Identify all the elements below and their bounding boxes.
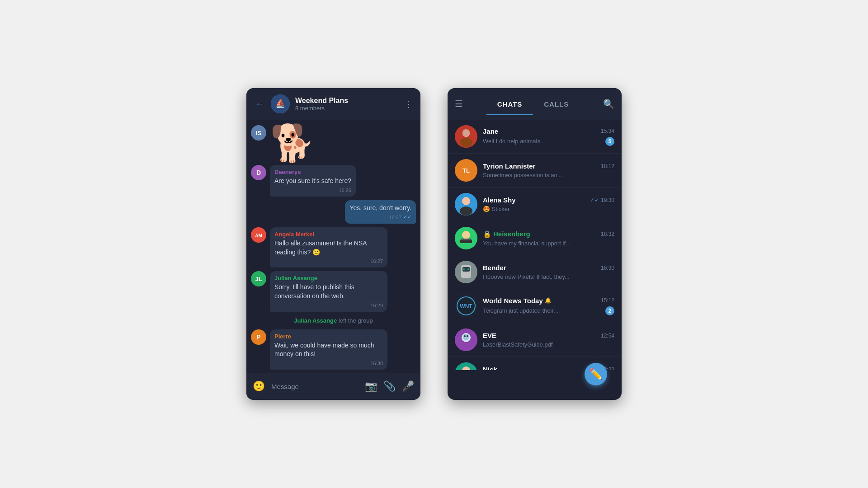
sticker-bubble: 🐕 (270, 125, 315, 161)
chat-subtitle: 8 members (295, 105, 399, 112)
svg-text:D: D (256, 169, 261, 176)
chat-item-info-heisenberg: 🔒Heisenberg 18:32 You have my financial … (483, 230, 614, 247)
svg-point-21 (467, 268, 469, 270)
avatar-daenerys: D (251, 165, 266, 180)
badge-worldnews: 2 (605, 306, 614, 315)
svg-rect-16 (461, 239, 471, 240)
sender-name-angela: Angela Merkel (274, 231, 383, 238)
chat-name-bender: Bender (483, 264, 506, 272)
chat-preview-tyrion: Sometimes possession is an... (483, 172, 614, 178)
microphone-icon[interactable]: 🎤 (402, 380, 414, 392)
chat-name-heisenberg: 🔒Heisenberg (483, 230, 530, 238)
chat-time-tyrion: 18:12 (601, 163, 614, 169)
chat-item-info-alena: Alena Shy ✓✓ 19:30 😍 Sticker (483, 196, 614, 212)
hamburger-icon[interactable]: ☰ (455, 99, 463, 109)
emoji-icon[interactable]: 🙂 (253, 380, 265, 392)
tabs: CHATS CALLS (468, 97, 598, 112)
attachment-icon[interactable]: 📎 (383, 380, 396, 392)
svg-point-27 (463, 334, 469, 340)
camera-icon[interactable]: 📷 (365, 380, 377, 392)
chat-item-bender[interactable]: Bender 16:30 I looove new Pixels! If fac… (448, 255, 622, 289)
svg-text:AM: AM (255, 233, 262, 238)
chat-preview-eve: LaserBlastSafetyGuide.pdf (483, 341, 614, 348)
chat-name-nick: Nick (483, 366, 497, 370)
sender-name: Daenerys (274, 169, 351, 175)
back-button[interactable]: ← (254, 98, 265, 111)
more-button[interactable]: ⋮ (404, 99, 413, 109)
message-text: Are you sure it's safe here? (274, 177, 351, 186)
chat-item-header-eve: EVE 12:54 (483, 332, 614, 339)
chat-name-alena: Alena Shy (483, 196, 516, 204)
svg-point-20 (463, 268, 465, 270)
tab-chats[interactable]: CHATS (486, 97, 533, 112)
chat-time-jane: 15:34 (601, 128, 614, 134)
chat-time-heisenberg: 18:32 (601, 231, 614, 237)
chat-preview-worldnews: Telegram just updated their... (483, 307, 558, 314)
message-bubble-sent: Yes, sure, don't worry. 16:27 ✓✓ (345, 200, 416, 224)
svg-point-29 (467, 335, 468, 337)
chat-item-info-bender: Bender 16:30 I looove new Pixels! If fac… (483, 264, 614, 280)
sticker-emoji: 🐕 (270, 125, 315, 161)
avatar-pierre: P (251, 329, 266, 345)
chat-time-bender: 16:30 (601, 265, 614, 271)
group-avatar: ⛵ (271, 94, 290, 113)
message-time: 16:26 (339, 188, 351, 193)
chat-item-eve[interactable]: EVE 12:54 LaserBlastSafetyGuide.pdf (448, 323, 622, 357)
sender-name-pierre: Pierre (274, 333, 383, 340)
svg-point-12 (460, 206, 472, 216)
chat-item-info-worldnews: World News Today 🔔 15:12 Telegram just u… (483, 297, 614, 315)
chat-item-info-tyrion: Tyrion Lannister 18:12 Sometimes possess… (483, 162, 614, 178)
chat-item-alena[interactable]: Alena Shy ✓✓ 19:30 😍 Sticker (448, 188, 622, 221)
chat-panel: ← ⛵ Weekend Plans 8 members ⋮ IS 🐕 (246, 88, 420, 400)
compose-button[interactable]: ✏️ (585, 363, 607, 385)
chat-time-eve: 12:54 (601, 333, 614, 339)
chat-name-tyrion: Tyrion Lannister (483, 162, 535, 170)
avatar-tyrion: TL (455, 159, 477, 182)
chat-name-eve: EVE (483, 332, 496, 339)
double-check-icon: ✓✓ (403, 214, 411, 220)
avatar-worldnews: WNT (455, 295, 477, 317)
message-text-julian: Sorry, I'll have to publish this convers… (274, 283, 383, 300)
message-bubble-pierre: Pierre Wait, we could have made so much … (270, 329, 387, 370)
svg-point-28 (464, 335, 466, 337)
message-time-pierre: 16:30 (370, 361, 383, 366)
messages-area: IS 🐕 D Daenerys Are you sure it's safe h… (246, 120, 420, 373)
chat-item-heisenberg[interactable]: 🔒Heisenberg 18:32 You have my financial … (448, 221, 622, 255)
chat-preview-heisenberg: You have my financial support if... (483, 240, 614, 247)
message-row: D Daenerys Are you sure it's safe here? … (251, 165, 416, 197)
message-meta-sent: 16:27 ✓✓ (349, 214, 411, 220)
chat-info: Weekend Plans 8 members (295, 97, 399, 112)
svg-point-14 (462, 231, 470, 239)
message-meta-angela: 16:27 (274, 258, 383, 264)
chat-preview-jane: Well I do help animals. (483, 138, 542, 145)
svg-point-11 (462, 197, 470, 205)
chat-item-tyrion[interactable]: TL Tyrion Lannister 18:12 Sometimes poss… (448, 154, 622, 188)
avatar-bender (455, 261, 477, 283)
chatlist-panel: ☰ CHATS CALLS 🔍 (448, 88, 622, 400)
tab-calls[interactable]: CALLS (533, 97, 580, 112)
sender-name-julian: Julian Assange (274, 275, 383, 282)
screen-wrapper: ← ⛵ Weekend Plans 8 members ⋮ IS 🐕 (0, 0, 868, 488)
avatar-heisenberg (455, 227, 477, 249)
avatar-jane (455, 125, 477, 148)
message-input[interactable]: Message (271, 383, 359, 390)
avatar-nick (455, 362, 477, 370)
message-bubble-daenerys: Daenerys Are you sure it's safe here? 16… (270, 165, 356, 197)
svg-text:WNT: WNT (460, 303, 472, 310)
message-meta-julian: 16:29 (274, 303, 383, 308)
message-row-sent: Yes, sure, don't worry. 16:27 ✓✓ (251, 200, 416, 224)
chat-list: Jane 15:34 Well I do help animals. 5 TL … (448, 120, 622, 370)
avatar-is: IS (251, 125, 266, 141)
double-check-alena: ✓✓ (590, 197, 599, 203)
chat-item-header-tyrion: Tyrion Lannister 18:12 (483, 162, 614, 170)
message-meta: 16:26 (274, 188, 351, 193)
system-sender: Julian Assange (294, 317, 337, 324)
chat-time-worldnews: 15:12 (601, 297, 614, 304)
chat-time-alena: 19:30 (601, 197, 614, 203)
search-icon[interactable]: 🔍 (603, 99, 614, 109)
message-row: IS 🐕 (251, 125, 416, 161)
message-time-angela: 16:27 (370, 258, 383, 264)
chat-item-worldnews[interactable]: WNT World News Today 🔔 15:12 Telegram ju… (448, 289, 622, 323)
chat-item-jane[interactable]: Jane 15:34 Well I do help animals. 5 (448, 120, 622, 154)
mute-icon: 🔔 (545, 297, 552, 304)
